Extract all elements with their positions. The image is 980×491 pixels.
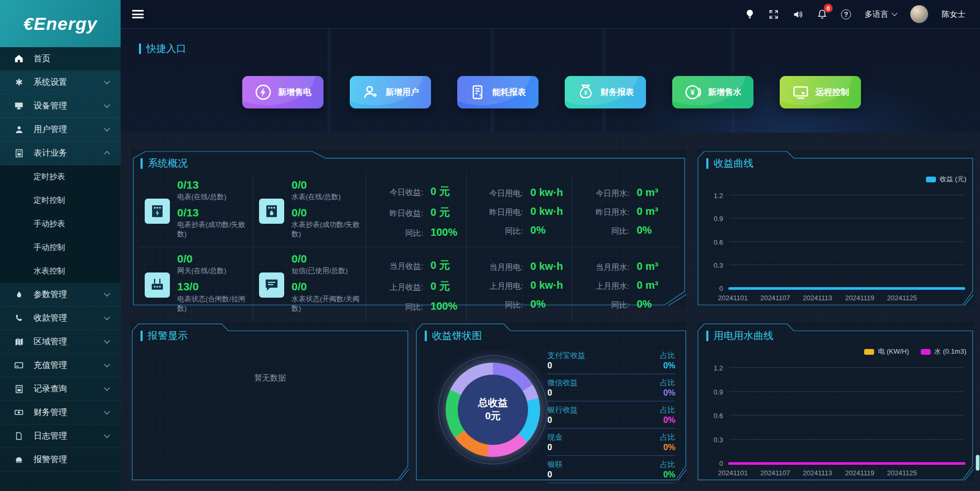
sidebar-item-label: 区域管理: [34, 336, 67, 347]
pie-item-name: 支付宝收益: [547, 351, 586, 361]
add-water-sale-button[interactable]: ¥ 新增售水: [672, 76, 753, 108]
stat-value: 0 m³: [637, 279, 658, 291]
user-plus-icon: [362, 83, 380, 101]
stat-value: 13/0: [177, 280, 248, 293]
monitor-icon: [14, 101, 24, 111]
gridline: [729, 391, 964, 392]
help-icon[interactable]: ?: [841, 9, 851, 19]
sidebar-item-alarm-management[interactable]: 报警管理: [0, 448, 121, 472]
x-axis-tick: 20241107: [760, 469, 790, 477]
sidebar-subitem-water-meter-control[interactable]: 水表控制: [0, 259, 121, 283]
droplet-icon: [14, 289, 24, 300]
stat-label: 短信(已使用/总数): [292, 266, 362, 276]
notification-bell-icon[interactable]: 0: [817, 8, 827, 20]
pie-item-value: 0: [547, 416, 552, 425]
speaker-icon[interactable]: [792, 9, 803, 20]
sidebar-item-log-management[interactable]: 日志管理: [0, 424, 121, 448]
menu-toggle-icon[interactable]: [132, 10, 144, 18]
stat-row: 上月用电:0 kw·h: [473, 279, 568, 291]
sidebar-item-finance-management[interactable]: 财务管理: [0, 401, 121, 424]
y-axis-tick: 0.3: [714, 435, 723, 443]
stat-row: 同比:0%: [473, 298, 568, 310]
stat-value: 0/13: [177, 179, 248, 191]
sidebar-subitem-scheduled-control[interactable]: 定时控制: [0, 189, 121, 212]
language-selector[interactable]: 多语言: [865, 9, 897, 19]
pie-item-pct: 0%: [663, 470, 675, 479]
panel-title: 系统概况: [141, 157, 188, 170]
sidebar-subitem-manual-reading[interactable]: 手动抄表: [0, 212, 121, 236]
chevron-down-icon: [104, 385, 110, 390]
chevron-down-icon: [104, 361, 110, 367]
stat-label: 同比:: [579, 300, 629, 310]
pie-item-pct: 0%: [663, 361, 675, 370]
theme-bulb-icon[interactable]: [745, 8, 755, 20]
no-data-text: 暂无数据: [131, 373, 409, 383]
sidebar-item-meter-business[interactable]: 表计业务: [0, 141, 121, 165]
add-user-button[interactable]: 新增用户: [350, 76, 431, 108]
electric-meter-stats: 0/13 电表(在线/总数) 0/13 电表抄表(成功数/失败数): [138, 173, 252, 247]
add-electricity-sale-button[interactable]: 新增售电: [242, 76, 324, 108]
revenue-line-chart: 收益 (元)00.30.60.91.2202411012024110720241…: [697, 170, 974, 306]
sidebar-item-area-management[interactable]: 区域管理: [0, 330, 121, 354]
stat-row: 当月用水:0 m³: [579, 260, 675, 272]
sidebar-item-label: 报警管理: [34, 454, 67, 465]
legend-swatch: [864, 349, 874, 355]
stat-label: 电表抄表(成功数/失败数): [177, 220, 248, 239]
finance-report-button[interactable]: ¥ 财务报表: [565, 76, 646, 108]
total-revenue-value: 0元: [485, 410, 501, 423]
chevron-down-icon: [104, 432, 110, 438]
topbar: 0 ? 多语言 陈女士: [121, 0, 980, 28]
chart-legend: 收益 (元): [926, 174, 966, 184]
sidebar-item-recharge-management[interactable]: 充值管理: [0, 354, 121, 377]
yen-coin-icon: ¥: [684, 83, 702, 101]
sidebar-item-payment-management[interactable]: 收款管理: [0, 307, 121, 330]
remote-control-button[interactable]: 远程控制: [780, 76, 861, 108]
stat-label: 当月收益:: [373, 261, 423, 271]
stat-row: 同比:100%: [373, 300, 461, 312]
stat-value: 0 m³: [637, 205, 658, 217]
sidebar-item-system-settings[interactable]: ✱ 系统设置: [0, 71, 121, 94]
stat-label: 同比:: [473, 226, 523, 236]
username: 陈女士: [942, 9, 965, 19]
sidebar-item-parameter-management[interactable]: 参数管理: [0, 283, 121, 307]
sidebar-item-user-management[interactable]: 用户管理: [0, 118, 121, 141]
scrollbar-thumb[interactable]: [976, 455, 979, 471]
pie-item-pct: 0%: [663, 416, 675, 425]
pie-item-value: 0: [547, 388, 552, 398]
fullscreen-icon[interactable]: [769, 9, 779, 19]
energy-report-button[interactable]: 能耗报表: [457, 76, 539, 108]
sidebar-item-record-query[interactable]: 记录查询: [0, 377, 121, 401]
chevron-down-icon: [104, 290, 110, 296]
y-axis-tick: 0: [719, 285, 723, 292]
stat-row: 当月用电:0 kw·h: [473, 260, 568, 272]
y-axis-tick: 0.6: [714, 238, 723, 246]
stat-value: 0 m³: [637, 260, 658, 272]
stat-value: 0 元: [430, 258, 450, 272]
water-meter-icon: [259, 199, 284, 224]
sidebar-item-label: 设备管理: [34, 101, 67, 112]
pie-item-value: 0: [547, 443, 552, 452]
pie-ratio-label: 占比: [660, 432, 675, 442]
stat-row: 昨日用水:0 m³: [579, 205, 675, 217]
pie-item-name: 银行收益: [547, 405, 578, 415]
user-icon: [14, 124, 24, 135]
stat-row: 同比:0%: [473, 224, 568, 236]
legend-item[interactable]: 电 (KW/H): [864, 347, 909, 356]
avatar[interactable]: [910, 5, 928, 23]
sidebar-subitem-manual-control[interactable]: 手动控制: [0, 236, 121, 259]
stat-label: 今日收益:: [373, 188, 423, 198]
stat-value: 0/13: [177, 206, 248, 219]
sidebar-subitem-scheduled-reading[interactable]: 定时抄表: [0, 165, 121, 189]
stat-row: 同比:100%: [373, 226, 461, 238]
sidebar-item-device-management[interactable]: 设备管理: [0, 94, 121, 118]
sidebar-item-home[interactable]: 首页: [0, 47, 121, 71]
legend-item[interactable]: 水 (0.1m3): [921, 347, 966, 356]
sms-icon: [259, 272, 284, 298]
stat-value: 0/0: [292, 206, 362, 219]
legend-item[interactable]: 收益 (元): [926, 174, 966, 184]
stat-label: 同比:: [473, 300, 523, 310]
pie-list-row: 支付宝收益占比00%: [547, 347, 675, 374]
pie-ratio-label: 占比: [660, 351, 675, 361]
stat-value: 0%: [531, 298, 546, 310]
phone-icon: [14, 313, 24, 323]
